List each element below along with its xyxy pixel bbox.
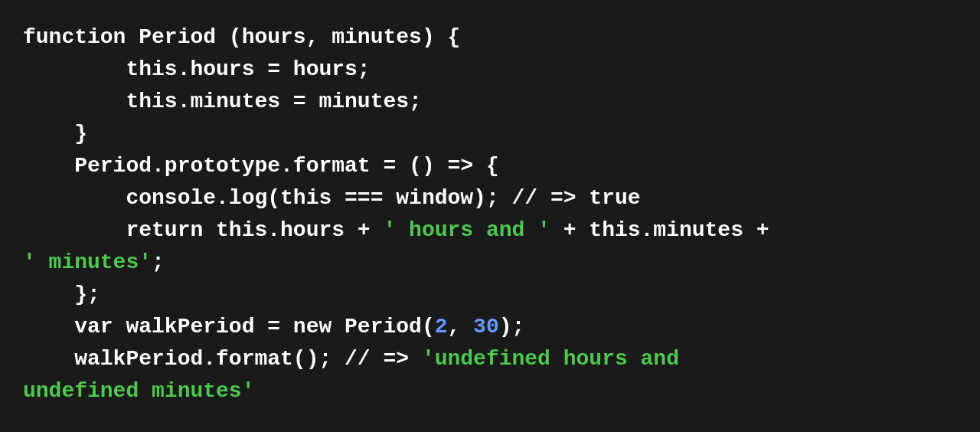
code-text: Period.prototype.format = () => {	[23, 154, 499, 178]
code-line-12: undefined minutes'	[23, 375, 957, 407]
code-line-10: var walkPeriod = new Period(2, 30);	[23, 311, 957, 343]
code-line-5: Period.prototype.format = () => {	[23, 150, 957, 182]
code-text: ,	[448, 315, 474, 339]
code-text: );	[499, 315, 525, 339]
code-text: var walkPeriod = new Period(	[23, 315, 435, 339]
code-text: this.hours = hours;	[23, 57, 371, 81]
code-block: function Period (hours, minutes) { this.…	[0, 0, 980, 429]
code-text: };	[23, 283, 100, 306]
string-minutes: ' minutes'	[23, 250, 152, 274]
code-line-4: }	[23, 118, 957, 150]
code-text: + this.minutes +	[550, 218, 769, 242]
string-hours-and: ' hours and '	[383, 218, 550, 242]
code-text: return this.hours +	[23, 218, 383, 242]
code-line-1: function Period (hours, minutes) {	[23, 21, 957, 54]
code-text: console.log(this === window); // => true	[23, 186, 641, 210]
code-line-7: return this.hours + ' hours and ' + this…	[23, 214, 957, 247]
code-line-8: ' minutes';	[23, 247, 957, 279]
code-line-3: this.minutes = minutes;	[23, 86, 957, 118]
keyword-function: function Period (hours, minutes) {	[23, 25, 460, 49]
string-undefined-hours: 'undefined hours and	[422, 347, 679, 371]
string-undefined-minutes: undefined minutes'	[23, 379, 254, 403]
code-text: this.minutes = minutes;	[23, 90, 422, 113]
code-line-9: };	[23, 279, 957, 311]
code-line-2: this.hours = hours;	[23, 54, 957, 86]
code-line-11: walkPeriod.format(); // => 'undefined ho…	[23, 343, 957, 375]
number-30: 30	[473, 315, 499, 339]
code-text: walkPeriod.format(); // =>	[23, 347, 422, 371]
code-text: }	[23, 122, 87, 146]
code-text: ;	[152, 250, 165, 274]
number-2: 2	[435, 315, 448, 339]
code-line-6: console.log(this === window); // => true	[23, 182, 957, 214]
